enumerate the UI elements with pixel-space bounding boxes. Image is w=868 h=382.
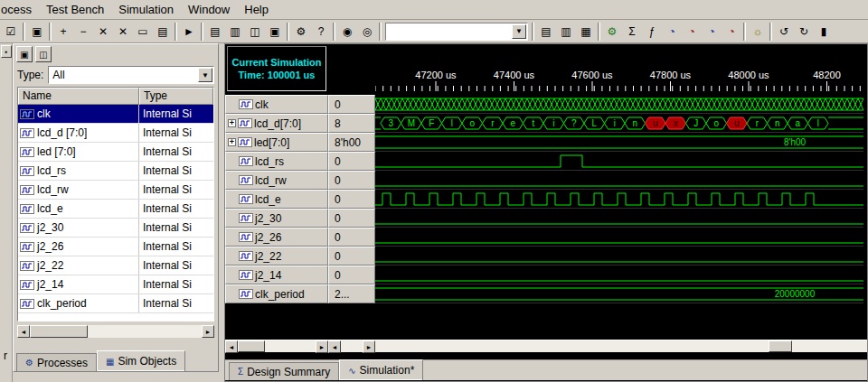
sim-object-row-led-7-0[interactable]: led [7:0]Internal Si xyxy=(18,143,213,162)
wave-track[interactable] xyxy=(375,152,863,171)
pointer-icon[interactable]: ► xyxy=(179,22,199,41)
wave-signal-name[interactable]: lcd_rs xyxy=(225,152,328,171)
wave-track[interactable] xyxy=(375,209,863,228)
restart-sim-icon[interactable]: ◔ xyxy=(702,22,722,41)
waveform-led-7-0[interactable]: 8'h00 xyxy=(375,133,863,152)
wave-track[interactable] xyxy=(375,228,863,247)
waveform-j2-30[interactable] xyxy=(375,209,863,228)
run-time-icon[interactable]: ◔ xyxy=(662,22,682,41)
menu-help[interactable]: Help xyxy=(237,1,276,18)
sim-object-row-lcd-rw[interactable]: lcd_rwInternal Si xyxy=(18,181,213,200)
context-help-icon[interactable]: ? xyxy=(311,22,331,41)
wave-track[interactable]: 3MFloreti?LinuxJournal xyxy=(375,114,863,133)
waveform-clk[interactable] xyxy=(375,95,863,114)
menu-test-bench[interactable]: Test Bench xyxy=(39,1,111,18)
wave-signal-name[interactable]: +lcd_d[7:0] xyxy=(225,114,328,133)
time-ruler[interactable]: 47200 us47400 us47600 us47800 us48000 us… xyxy=(375,44,863,95)
chevron-down-icon[interactable]: ▼ xyxy=(512,24,526,39)
scroll-track[interactable] xyxy=(341,340,363,352)
tab-simulation[interactable]: ∿Simulation* xyxy=(339,359,423,380)
options-icon[interactable]: ⚙ xyxy=(291,22,311,41)
waveform-clk-period[interactable]: 20000000 xyxy=(375,284,863,303)
type-filter-select[interactable]: All ▼ xyxy=(48,66,214,84)
step-sim-icon[interactable]: ◔ xyxy=(722,22,741,41)
tile-horizontal-icon[interactable]: ▤ xyxy=(205,22,225,41)
function-icon[interactable]: ƒ xyxy=(642,22,662,41)
zoom-area-icon[interactable]: ▭ xyxy=(133,22,153,41)
wave-signal-name[interactable]: +led[7:0] xyxy=(225,133,328,152)
sum-icon[interactable]: Σ xyxy=(622,22,642,41)
wave-signal-name[interactable]: j2_30 xyxy=(225,209,328,228)
scroll-track[interactable] xyxy=(30,325,202,338)
wave-track[interactable] xyxy=(375,95,863,114)
zoom-full-view-icon[interactable]: ✕ xyxy=(93,22,113,41)
waveform-lcd-rw[interactable] xyxy=(375,171,863,190)
scroll-left-icon[interactable]: ◄ xyxy=(328,340,341,353)
edge-panel-icon[interactable]: ▪ xyxy=(1,45,12,58)
report-icon[interactable]: ▤ xyxy=(536,22,556,41)
wave-signal-name[interactable]: j2_14 xyxy=(225,266,328,284)
sim-object-row-clk[interactable]: clkInternal Si xyxy=(18,105,213,124)
scroll-left-icon[interactable]: ◄ xyxy=(17,325,30,338)
wave-signal-name[interactable]: clk_period xyxy=(225,284,328,303)
waveform-lcd-d-7-0[interactable]: 3MFloreti?LinuxJournal xyxy=(375,114,863,133)
wave-track[interactable]: 20000000 xyxy=(375,284,863,303)
waveform-j2-22[interactable] xyxy=(375,247,863,266)
sim-object-row-j2-30[interactable]: j2_30Internal Si xyxy=(18,219,213,238)
wave-signal-name[interactable]: lcd_e xyxy=(225,190,328,209)
scroll-track[interactable] xyxy=(238,340,316,352)
sim-object-row-lcd-rs[interactable]: lcd_rsInternal Si xyxy=(18,162,213,181)
wave-track[interactable] xyxy=(375,247,863,266)
print-icon[interactable]: ▤ xyxy=(153,22,173,41)
chevron-down-icon[interactable]: ▼ xyxy=(198,68,212,82)
wave-track[interactable] xyxy=(375,171,863,190)
check-icon[interactable]: ☑ xyxy=(1,22,21,41)
expand-icon[interactable]: + xyxy=(228,119,236,127)
tab-processes[interactable]: ⚙Processes xyxy=(16,353,97,371)
restore-window-icon[interactable]: ▣ xyxy=(27,22,47,41)
sim-object-row-j2-26[interactable]: j2_26Internal Si xyxy=(18,238,213,256)
waveform-j2-26[interactable] xyxy=(375,228,863,247)
tile-vertical-icon[interactable]: ▥ xyxy=(225,22,245,41)
zoom-in-icon[interactable]: + xyxy=(53,22,73,41)
dock-panel-button[interactable]: ◫ xyxy=(35,46,52,62)
menu-simulation[interactable]: Simulation xyxy=(111,1,181,18)
scroll-thumb[interactable] xyxy=(238,340,265,352)
zoom-fit-icon[interactable]: ✕ xyxy=(113,22,133,41)
wave-signal-name[interactable]: clk xyxy=(225,95,328,114)
cascade-windows-icon[interactable]: ◫ xyxy=(245,22,265,41)
zoom-out-icon[interactable]: − xyxy=(73,22,93,41)
waveform-j2-14[interactable] xyxy=(375,266,863,284)
search-combobox[interactable]: ▼ xyxy=(385,23,528,41)
redo-view-icon[interactable]: ↻ xyxy=(794,22,814,41)
scroll-right-icon[interactable]: ► xyxy=(202,325,214,338)
arrange-icons-icon[interactable]: ▣ xyxy=(265,22,285,41)
scroll-thumb[interactable] xyxy=(30,325,88,338)
sim-object-row-clk-period[interactable]: clk_periodInternal Si xyxy=(18,294,213,313)
expand-icon[interactable]: + xyxy=(228,138,236,146)
wave-signal-name[interactable]: j2_22 xyxy=(225,247,328,266)
sim-object-row-lcd-e[interactable]: lcd_eInternal Si xyxy=(18,200,213,219)
sim-objects-hscroll[interactable]: ◄ ► xyxy=(17,325,214,338)
run-for-time-icon[interactable]: ◔ xyxy=(682,22,702,41)
cursor-marker-icon[interactable]: ▮ xyxy=(814,22,834,41)
column-header-name[interactable]: Name xyxy=(18,88,139,105)
undo-view-icon[interactable]: ↺ xyxy=(774,22,794,41)
scroll-right-icon[interactable]: ► xyxy=(363,340,375,353)
lightbulb-icon[interactable]: ☼ xyxy=(748,22,768,41)
column-header-type[interactable]: Type xyxy=(139,88,213,105)
wave-track[interactable] xyxy=(375,266,863,284)
menu-ocess[interactable]: ocess xyxy=(0,1,39,18)
run-process-icon[interactable]: ⚙ xyxy=(602,22,622,41)
wave-track[interactable]: 8'h00 xyxy=(375,133,863,152)
waveform-lcd-rs[interactable] xyxy=(375,152,863,171)
sim-object-row-lcd-d-7-0[interactable]: lcd_d [7:0]Internal Si xyxy=(18,124,213,143)
summary-icon[interactable]: ▦ xyxy=(576,22,596,41)
find-icon[interactable]: ◉ xyxy=(337,22,357,41)
find-in-files-icon[interactable]: ◎ xyxy=(357,22,377,41)
wave-signal-name[interactable]: j2_26 xyxy=(225,228,328,247)
sim-object-row-j2-14[interactable]: j2_14Internal Si xyxy=(18,275,213,294)
float-panel-button[interactable]: ▣ xyxy=(16,46,33,62)
wave-track[interactable] xyxy=(375,190,863,209)
tab-design-summary[interactable]: ΣDesign Summary xyxy=(229,362,339,380)
